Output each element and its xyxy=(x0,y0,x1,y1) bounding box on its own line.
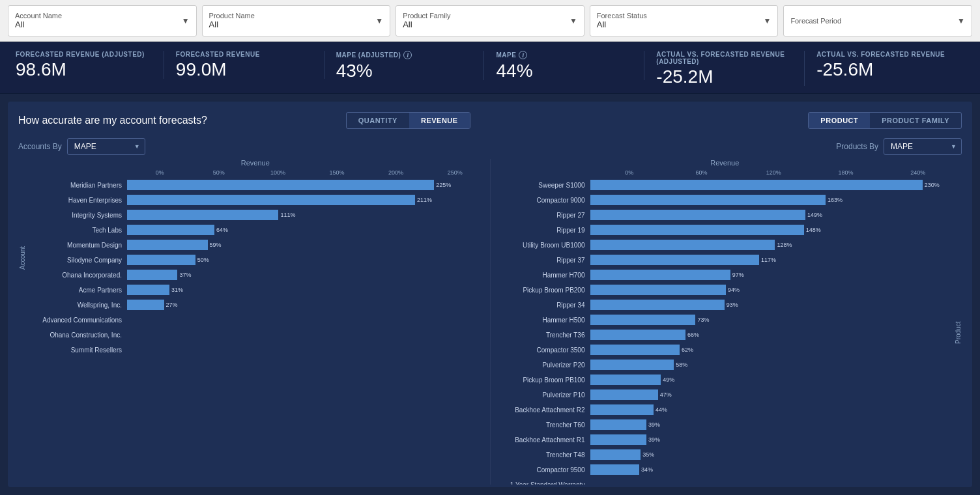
bar-row: Haven Enterprises211% xyxy=(26,193,482,206)
bar-percent-label: 59% xyxy=(210,242,222,248)
bar-row: Ohana Construction, Inc. xyxy=(26,328,482,341)
bar-name: Wellspring, Inc. xyxy=(26,302,127,309)
filter-forecast-status[interactable]: Forecast Status All ▼ xyxy=(590,5,779,36)
metric-value-forecasted-revenue: 99.0M xyxy=(176,61,312,79)
bar-row: Pulverizer P2058% xyxy=(496,358,952,371)
bar-track: 230% xyxy=(590,180,952,190)
bar-name: Compactor 3500 xyxy=(496,346,590,354)
revenue-tab[interactable]: REVENUE xyxy=(409,113,470,128)
bar-track: 64% xyxy=(127,225,482,235)
bar-row: Summit Resellers xyxy=(26,343,482,356)
bar-name: Ripper 34 xyxy=(496,302,590,309)
bar-percent-label: 50% xyxy=(197,257,209,263)
bar-track: 149% xyxy=(590,210,952,220)
bar-name: Hammer H700 xyxy=(496,272,590,279)
axis-label: 150% xyxy=(308,169,367,176)
bar-name: Ohana Construction, Inc. xyxy=(26,332,127,339)
bar-percent-label: 35% xyxy=(642,451,654,458)
bar-track: 58% xyxy=(590,360,952,370)
products-by-select[interactable]: MAPE Revenue Quantity xyxy=(884,138,962,155)
metric-mape-adj: MAPE (ADJUSTED) i 43% xyxy=(336,51,485,80)
filter-arrow-product-name: ▼ xyxy=(375,16,383,25)
bar-row: Utility Broom UB1000128% xyxy=(496,238,952,251)
bar-track: 59% xyxy=(127,240,482,250)
bar-row: Pickup Broom PB20094% xyxy=(496,283,952,296)
bar-row: Pulverizer P1047% xyxy=(496,388,952,401)
bar-track: 66% xyxy=(590,330,952,340)
filter-arrow-product-family: ▼ xyxy=(569,16,577,25)
product-axis-label: Product xyxy=(955,313,962,352)
bar-name: Haven Enterprises xyxy=(26,197,127,204)
bar-fill xyxy=(590,360,674,370)
chart-header: How accurate are my account forecasts? Q… xyxy=(18,112,962,129)
bar-row: Compactor 950034% xyxy=(496,463,952,476)
bar-name: 1 Year Standard Warranty xyxy=(496,481,590,485)
bar-track: 37% xyxy=(127,270,482,280)
filter-label-product-family: Product Family xyxy=(403,12,577,20)
bar-fill xyxy=(590,270,730,280)
bar-percent-label: 93% xyxy=(727,302,738,308)
metric-label-actual-vs-forecasted-adj: ACTUAL VS. FORECASTED REVENUE (ADJUSTED) xyxy=(656,51,792,65)
metric-value-actual-vs-forecasted-adj: -25.2M xyxy=(656,68,792,86)
filter-forecast-period[interactable]: Forecast Period ▼ xyxy=(783,5,972,36)
filter-value-product-family: All xyxy=(403,20,577,29)
bar-row: Hammer H50073% xyxy=(496,313,952,326)
bar-name: Pickup Broom PB100 xyxy=(496,376,590,384)
filter-account-name[interactable]: Account Name All ▼ xyxy=(8,5,197,36)
bar-name: Tech Labs xyxy=(26,227,127,234)
bar-name: Integrity Systems xyxy=(26,212,127,219)
bar-fill xyxy=(127,195,415,205)
filter-label-forecast-status: Forecast Status xyxy=(597,12,771,20)
bar-name: Pulverizer P20 xyxy=(496,361,590,369)
bar-track: 49% xyxy=(590,375,952,385)
metric-label-forecasted-revenue-adj: FORECASTED REVENUE (ADJUSTED) xyxy=(16,51,152,58)
bar-row: Trencher T6039% xyxy=(496,418,952,431)
axis-label: 50% xyxy=(190,169,249,176)
product-tab[interactable]: PRODUCT xyxy=(809,113,870,128)
metric-forecasted-revenue-adj: FORECASTED REVENUE (ADJUSTED) 98.6M xyxy=(16,51,164,79)
bar-track: 39% xyxy=(590,419,952,430)
bar-name: Compactor 9500 xyxy=(496,466,590,474)
bar-track: 73% xyxy=(590,315,952,325)
bar-fill xyxy=(590,225,804,235)
product-family-tab[interactable]: PRODUCT FAMILY xyxy=(870,113,961,128)
bar-track: 94% xyxy=(590,285,952,295)
bar-fill xyxy=(590,180,923,190)
metric-value-mape: 44% xyxy=(496,62,632,80)
bar-row: Momentum Design59% xyxy=(26,238,482,251)
filter-arrow-forecast-period: ▼ xyxy=(957,16,965,25)
quantity-tab[interactable]: QUANTITY xyxy=(347,113,409,128)
info-icon-mape-adj[interactable]: i xyxy=(403,51,412,59)
bar-percent-label: 73% xyxy=(697,317,709,323)
axis-label: 60% xyxy=(665,169,738,176)
info-icon-mape[interactable]: i xyxy=(519,51,527,59)
bar-percent-label: 117% xyxy=(761,257,776,263)
accounts-by-select[interactable]: MAPE Revenue Quantity xyxy=(67,138,145,155)
bar-fill xyxy=(590,330,685,340)
right-axis-labels: 0%60%120%180%240% xyxy=(496,169,955,176)
axis-label: 200% xyxy=(366,169,425,176)
filter-product-name[interactable]: Product Name All ▼ xyxy=(202,5,391,36)
sub-controls: Accounts By MAPE Revenue Quantity Produc… xyxy=(18,138,962,155)
bar-row: Meridian Partners225% xyxy=(26,178,482,191)
metric-label-mape-adj: MAPE (ADJUSTED) i xyxy=(336,51,472,59)
bar-track: 35% xyxy=(590,449,952,460)
bar-fill xyxy=(590,404,654,415)
bar-row: Ripper 19148% xyxy=(496,223,952,236)
bar-row: Wellspring, Inc.27% xyxy=(26,298,482,311)
axis-label: 240% xyxy=(882,169,954,176)
filter-label-account-name: Account Name xyxy=(15,12,190,20)
bar-fill xyxy=(127,270,177,280)
axis-label: 100% xyxy=(248,169,308,176)
bar-fill xyxy=(590,195,826,205)
account-axis-label: Account xyxy=(19,238,26,277)
bar-percent-label: 27% xyxy=(166,302,178,308)
bar-fill xyxy=(127,240,208,250)
bar-track xyxy=(127,315,482,325)
bar-row: 1 Year Standard Warranty xyxy=(496,478,952,485)
filter-value-forecast-status: All xyxy=(597,20,771,29)
bar-name: Ripper 37 xyxy=(496,257,590,264)
filter-product-family[interactable]: Product Family All ▼ xyxy=(396,5,584,36)
filter-bar: Account Name All ▼ Product Name All ▼ Pr… xyxy=(0,0,980,42)
bar-fill xyxy=(590,300,725,310)
